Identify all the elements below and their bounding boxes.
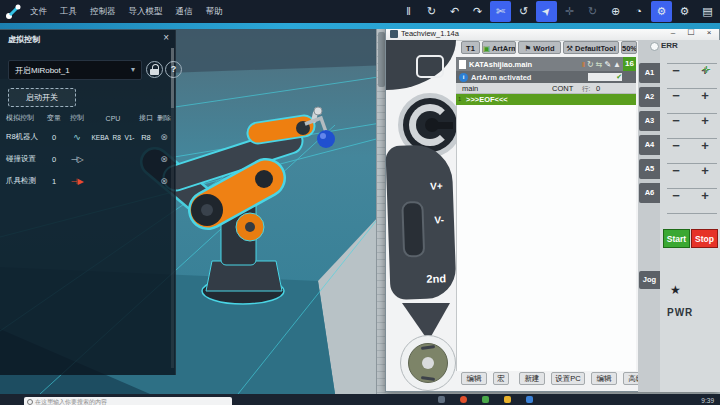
world-frame-button[interactable]: ⚑ World: [518, 41, 561, 54]
delete-icon[interactable]: ⊗: [156, 154, 172, 164]
cycle-icon[interactable]: ↻: [587, 60, 594, 69]
robot-icon: ▣: [483, 44, 490, 53]
target-icon[interactable]: ⊕: [605, 1, 626, 22]
taskbar-app-5[interactable]: [526, 396, 533, 403]
err-led: [650, 42, 659, 51]
panel-scrollbar[interactable]: [171, 48, 174, 368]
pendant-side-panel: V+ V- 2nd: [385, 144, 456, 300]
start-button[interactable]: Start: [663, 229, 690, 248]
taskbar-app-1[interactable]: [438, 396, 445, 403]
delete-icon[interactable]: ⊗: [156, 176, 172, 186]
col-variable: 变量: [44, 113, 64, 123]
delete-icon[interactable]: ⊗: [156, 132, 172, 142]
pointer-icon[interactable]: ➤: [536, 1, 557, 22]
taskbar-search[interactable]: 在这里输入你要搜索的内容: [24, 397, 232, 405]
lasso-select-icon[interactable]: ✄: [490, 1, 511, 22]
jog-plus-a3[interactable]: +: [698, 113, 712, 128]
menu-help[interactable]: 帮助: [206, 6, 223, 18]
menu-communication[interactable]: 通信: [176, 6, 193, 18]
mode-t1-button[interactable]: T1: [461, 41, 480, 54]
robot-select-dropdown[interactable]: 开启MiRobot_1 ▾: [8, 60, 142, 80]
taskbar-app-4[interactable]: [504, 396, 511, 403]
teachview-window: Teachview_1.14a – ☐ × V+ V- 2nd T1 ▣ Art…: [385, 26, 720, 392]
eof-marker: >>>EOF<<<: [466, 95, 508, 104]
compass-icon[interactable]: ◔: [628, 1, 649, 22]
flag-icon: ⚑: [525, 44, 532, 53]
jog-plus-a5[interactable]: +: [698, 163, 712, 178]
speed-override-button[interactable]: 50%: [621, 41, 637, 54]
chevron-down-icon: ▾: [131, 65, 135, 74]
rotate-view-icon[interactable]: ↻: [582, 1, 603, 22]
taskbar-app-3[interactable]: [482, 396, 489, 403]
maximize-icon[interactable]: ☐: [683, 28, 699, 37]
refresh-icon[interactable]: ↻: [421, 1, 442, 22]
step-icon[interactable]: ⇆: [596, 60, 603, 69]
window-title: Teachview_1.14a: [401, 29, 459, 38]
run-mode: CONT: [552, 84, 573, 93]
col-cpu: CPU: [90, 115, 136, 122]
search-placeholder: 在这里输入你要搜索的内容: [35, 398, 107, 405]
lock-button[interactable]: [146, 61, 163, 78]
tab-a1[interactable]: A1: [639, 63, 660, 83]
move-icon[interactable]: ✛: [559, 1, 580, 22]
status-progress: ✔: [588, 73, 622, 81]
jog-plus-a6[interactable]: +: [698, 188, 712, 203]
tab-a4[interactable]: A4: [639, 135, 660, 155]
tab-a5[interactable]: A5: [639, 159, 660, 179]
jog-minus-a5[interactable]: −: [669, 163, 683, 178]
file-icon: [459, 60, 466, 69]
edit-icon[interactable]: ✎: [604, 60, 611, 69]
code-editor[interactable]: [456, 105, 636, 371]
panel-icon[interactable]: ▤: [697, 1, 718, 22]
start-switch-button[interactable]: 启动开关: [8, 88, 76, 107]
new-button[interactable]: 新建: [519, 372, 545, 385]
jog-plus-a4[interactable]: +: [698, 138, 712, 153]
menu-import-model[interactable]: 导入模型: [129, 6, 163, 18]
tab-a3[interactable]: A3: [639, 111, 660, 131]
jog-minus-a4[interactable]: −: [669, 138, 683, 153]
window-titlebar[interactable]: Teachview_1.14a – ☐ ×: [386, 27, 719, 41]
menu-tools[interactable]: 工具: [60, 6, 77, 18]
code-line-selected[interactable]: 1 >>>EOF<<<: [456, 94, 636, 105]
active-arm-button[interactable]: ▣ ArtArm: [482, 41, 516, 54]
undo-icon[interactable]: ↶: [444, 1, 465, 22]
hex-gear-icon[interactable]: ⚙: [674, 1, 695, 22]
taskbar-app-2[interactable]: [460, 396, 467, 403]
jog-minus-a6[interactable]: −: [669, 188, 683, 203]
edit2-button[interactable]: 编辑: [591, 372, 617, 385]
table-row: 爪具检测 1 ⊣▶ ⊗: [0, 170, 172, 192]
jog-plus-a2[interactable]: +: [698, 88, 712, 103]
tab-a6[interactable]: A6: [639, 183, 660, 203]
status-text: ArtArm activated: [471, 73, 588, 82]
jog-minus-a2[interactable]: −: [669, 88, 683, 103]
program-pause-icon[interactable]: ‖: [582, 60, 585, 69]
menu-controller[interactable]: 控制器: [90, 6, 116, 18]
orbit-icon[interactable]: ↺: [513, 1, 534, 22]
scroll-thumb[interactable]: [378, 32, 385, 87]
tool-target-marker: [314, 107, 322, 115]
tab-jog[interactable]: Jog: [639, 271, 660, 289]
edit-button[interactable]: 编辑: [461, 372, 487, 385]
line-count-badge: 16: [623, 57, 636, 71]
jog-minus-a3[interactable]: −: [669, 113, 683, 128]
jog-minus-a1[interactable]: −: [669, 63, 683, 78]
macro-button[interactable]: 宏: [493, 372, 509, 385]
setup-pc-button[interactable]: 设置PC: [551, 372, 585, 385]
redo-icon[interactable]: ↷: [467, 1, 488, 22]
space-mouse[interactable]: [400, 335, 456, 391]
table-row: R8机器人 0 ∿ KEBA_R8_V1- R8 ⊗: [0, 126, 172, 148]
tab-a2[interactable]: A2: [639, 87, 660, 107]
stop-button[interactable]: Stop: [691, 229, 718, 248]
default-tool-button[interactable]: ⚒ DefaultTool: [563, 41, 619, 54]
close-icon[interactable]: ×: [163, 32, 169, 43]
deadman-switch[interactable]: [401, 201, 425, 258]
col-delete: 删除: [156, 113, 172, 123]
menu-bar: 文件 工具 控制器 导入模型 通信 帮助 ‖ ↻ ↶ ↷ ✄ ↺ ➤ ✛ ↻ ⊕…: [0, 0, 720, 23]
pause-icon[interactable]: ‖: [398, 1, 419, 22]
minimize-icon[interactable]: –: [665, 28, 681, 37]
upload-icon[interactable]: ▲: [613, 60, 621, 69]
close-icon[interactable]: ×: [701, 28, 717, 37]
line-number: 1: [458, 96, 461, 102]
menu-file[interactable]: 文件: [30, 6, 47, 18]
settings-gear-icon[interactable]: ⚙: [651, 1, 672, 22]
